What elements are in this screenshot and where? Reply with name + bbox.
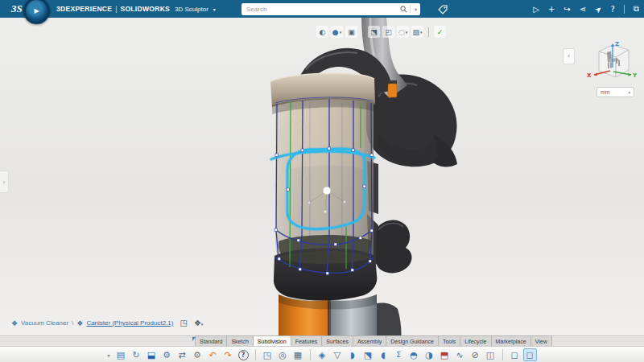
search-icon[interactable] — [400, 6, 407, 13]
caret-down-icon: ▾ — [628, 90, 630, 95]
delete-face-icon[interactable]: ⬒ — [438, 348, 452, 361]
caret-down-icon[interactable]: ▾ — [340, 30, 342, 35]
render-style-icon[interactable]: ◐ — [316, 26, 328, 38]
breadcrumb-root[interactable]: Vacuum Cleaner — [21, 319, 68, 327]
trim-surface-icon[interactable]: ⬔ — [361, 348, 375, 361]
manipulator-sphere[interactable] — [323, 187, 331, 195]
design-table-icon[interactable]: ◳ — [261, 348, 275, 361]
app-window: 3S ▶ 3DEXPERIENCE | SOLIDWORKS 3D Sculpt… — [0, 0, 644, 362]
breadcrumb-separator: \ — [72, 319, 73, 327]
display-mode-icon[interactable]: ❖▾ — [194, 319, 203, 327]
settings-icon[interactable]: ⚙ — [191, 348, 204, 361]
play-icon[interactable]: ▷ — [533, 5, 539, 14]
units-dropdown[interactable]: mm ▾ — [597, 87, 634, 97]
pattern-grid-icon[interactable]: ▦ — [291, 348, 305, 361]
units-value: mm — [601, 89, 610, 95]
3ds-logo: 3S — [11, 2, 23, 15]
fill-funnel-icon[interactable]: ▽ — [331, 348, 345, 361]
loft-icon[interactable]: Σ — [392, 348, 406, 361]
breadcrumb: ❖ Vacuum Cleaner \ ❖ Canister (Physical … — [11, 319, 203, 327]
tab-features[interactable]: Features — [291, 335, 323, 346]
caret-down-icon: ▾ — [201, 322, 204, 327]
toolbar-separator — [428, 27, 429, 37]
product-label: SOLIDWORKS — [120, 5, 170, 13]
3d-viewport[interactable]: ◐ ●▾ ▣ ⬔ ◰ ◌▾ ▧▾ ✓ ‹ — [0, 18, 644, 335]
ribbon-tab-strip: Standard Sketch Subdivision Features Sur… — [0, 335, 644, 346]
breadcrumb-current-link[interactable]: Canister (Physical Product2.1) — [86, 319, 173, 327]
brand-label: 3DEXPERIENCE — [56, 5, 112, 13]
annotate-icon[interactable]: ⬔ — [368, 26, 380, 38]
toolbar-separator — [502, 349, 503, 360]
tab-marketplace[interactable]: Marketplace — [491, 335, 531, 346]
tab-surfaces[interactable]: Surfaces — [321, 335, 353, 346]
primitive-shape-icon[interactable]: ◈ — [316, 348, 329, 361]
toolbar-separator — [310, 349, 311, 360]
toolbar-overflow-icon[interactable]: ▾ — [107, 352, 109, 358]
view-options-icon[interactable]: ◌▾ — [397, 26, 409, 38]
fullscreen-icon[interactable]: ⧉ — [634, 4, 639, 14]
toolbar-separator — [362, 27, 363, 37]
flex-bend-icon[interactable]: ∿ — [453, 348, 467, 361]
update-check-icon[interactable]: ✓ — [434, 26, 446, 38]
tab-view[interactable]: View — [530, 335, 552, 346]
paste-icon[interactable]: ▤ — [114, 348, 128, 361]
material-sphere-icon[interactable]: ●▾ — [331, 26, 343, 38]
y-axis-label: Y — [632, 72, 638, 79]
extend-surface-icon[interactable]: ◗ — [346, 348, 360, 361]
split-surface-icon[interactable]: ◖ — [377, 348, 390, 361]
tab-sketch[interactable]: Sketch — [226, 335, 253, 346]
revolve-cut-icon[interactable]: ⊘ — [469, 348, 482, 361]
offset-surface-icon[interactable]: ◫ — [484, 348, 497, 361]
help-circle-icon[interactable]: ? — [237, 348, 250, 361]
search-caret-icon[interactable]: ▾ — [415, 6, 417, 12]
caret-down-icon[interactable]: ▾ — [420, 30, 423, 35]
help-icon[interactable]: ? — [611, 5, 615, 14]
tag-icon[interactable] — [438, 3, 448, 18]
swap-icon[interactable]: ⇄ — [175, 348, 189, 361]
search-divider — [410, 5, 411, 13]
undo-icon[interactable]: ↶ — [206, 348, 220, 361]
tab-design-guidance[interactable]: Design Guidance — [386, 335, 439, 346]
view-triad[interactable]: X Y Z — [586, 39, 639, 88]
tab-tools[interactable]: Tools — [438, 335, 460, 346]
tab-subdivision[interactable]: Subdivision — [253, 335, 291, 346]
share-icon[interactable]: ↪ — [564, 5, 570, 14]
tab-lifecycle[interactable]: Lifecycle — [460, 335, 491, 346]
bottom-cap[interactable] — [274, 249, 377, 301]
top-bar: 3S ▶ 3DEXPERIENCE | SOLIDWORKS 3D Sculpt… — [0, 0, 644, 18]
viewport-toolbar: ◐ ●▾ ▣ ⬔ ◰ ◌▾ ▧▾ ✓ — [316, 26, 446, 38]
latch-button[interactable] — [388, 84, 397, 97]
motor-housing[interactable] — [366, 74, 457, 214]
database-icon[interactable]: ◎ — [276, 348, 290, 361]
snapshot-icon[interactable]: ▣ — [345, 26, 357, 38]
collaborate-icon[interactable]: ⋖ — [580, 5, 586, 14]
section-icon[interactable]: ◰ — [382, 26, 394, 38]
sync-settings-icon[interactable]: ⚙ — [160, 348, 174, 361]
lower-body[interactable] — [279, 294, 377, 335]
toolbar-separator — [255, 349, 256, 360]
sphere-modify-icon[interactable]: ◑ — [423, 348, 436, 361]
tab-standard[interactable]: Standard — [195, 335, 227, 346]
app-switcher-caret-icon[interactable]: ▾ — [213, 6, 216, 12]
save-icon[interactable]: ⬓ — [145, 348, 159, 361]
vacuum-cleaner-model[interactable] — [0, 18, 644, 335]
topbar-separator — [624, 5, 625, 14]
caret-down-icon[interactable]: ▾ — [406, 30, 408, 35]
part-icon: ❖ — [76, 319, 83, 327]
add-icon[interactable]: + — [548, 5, 555, 14]
topbar-icons: ▷ + ↪ ⋖ ➤ ? ⧉ — [533, 0, 639, 18]
redo-icon[interactable]: ↷ — [221, 348, 235, 361]
left-panel-expand-icon[interactable]: › — [0, 171, 9, 193]
x-axis-label: X — [587, 72, 592, 79]
insert-mode-icon[interactable]: ◳ — [180, 319, 187, 327]
subdivision-primitive-icon[interactable]: ◻ — [523, 348, 537, 361]
box-primitive-icon[interactable]: ◻ — [508, 348, 522, 361]
panel-collapse-icon[interactable]: ‹ — [563, 48, 575, 64]
tab-assembly[interactable]: Assembly — [353, 335, 386, 346]
refresh-icon[interactable]: ↻ — [130, 348, 143, 361]
search-input[interactable] — [245, 5, 400, 14]
app-name-label[interactable]: 3D Sculptor — [175, 6, 208, 13]
view-cube-icon[interactable]: ▧▾ — [411, 26, 423, 38]
rocket-icon[interactable]: ➤ — [593, 3, 604, 14]
thicken-icon[interactable]: ◓ — [407, 348, 421, 361]
